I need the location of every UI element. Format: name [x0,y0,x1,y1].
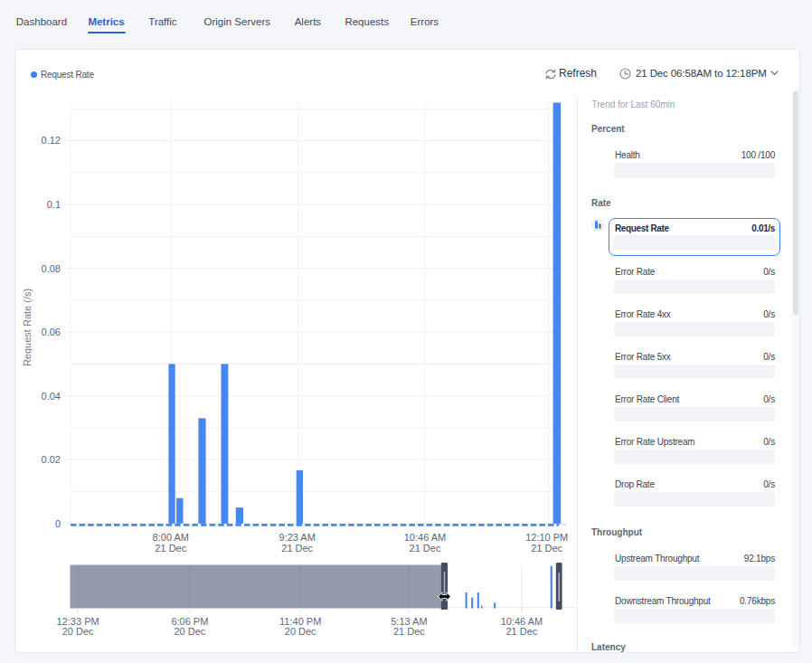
svg-text:8:00 AM: 8:00 AM [153,532,189,543]
svg-text:0.02: 0.02 [42,454,61,465]
svg-text:0.1: 0.1 [47,199,61,210]
svg-text:Request Rate (/s): Request Rate (/s) [22,289,33,366]
svg-text:21 Dec: 21 Dec [410,543,441,554]
svg-text:0.08: 0.08 [42,263,61,274]
svg-text:21 Dec: 21 Dec [505,626,537,637]
svg-text:21 Dec: 21 Dec [155,543,186,554]
svg-text:9:23 AM: 9:23 AM [279,532,316,543]
svg-text:0: 0 [55,518,61,529]
svg-text:0.12: 0.12 [42,135,61,146]
svg-text:21 Dec: 21 Dec [281,543,313,554]
svg-text:21 Dec: 21 Dec [393,626,425,637]
svg-text:10:46 AM: 10:46 AM [404,532,446,543]
svg-text:21 Dec: 21 Dec [531,543,562,554]
svg-text:20 Dec: 20 Dec [285,626,316,637]
svg-text:20 Dec: 20 Dec [62,626,94,637]
svg-text:0.06: 0.06 [42,327,61,337]
svg-text:0.04: 0.04 [42,391,61,402]
svg-text:20 Dec: 20 Dec [174,626,205,637]
svg-text:12:10 PM: 12:10 PM [525,532,568,543]
